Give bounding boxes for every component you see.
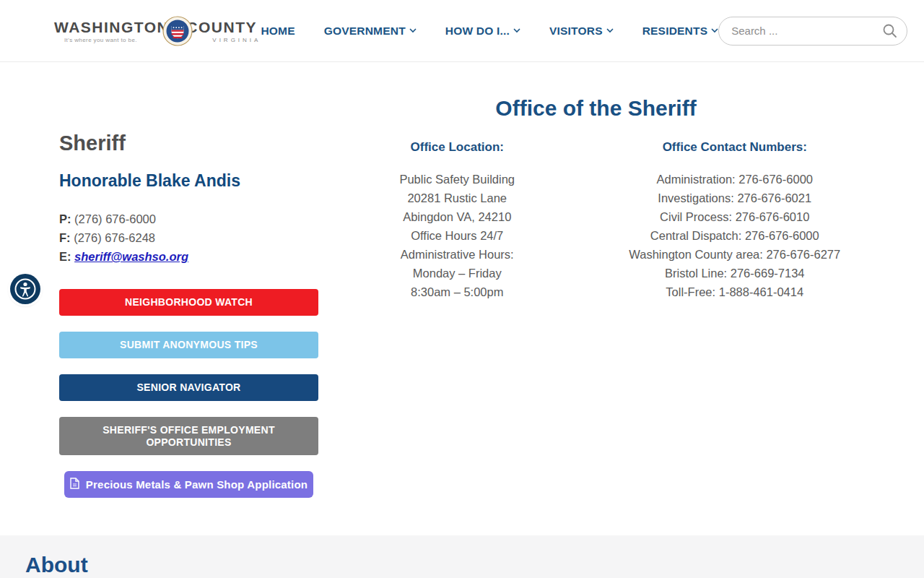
nav-item-how-do-i[interactable]: HOW DO I... [445,25,520,38]
neighborhood-watch-button[interactable]: NEIGHBORHOOD WATCH [59,289,318,316]
search-icon[interactable] [882,23,897,41]
main-navigation: HOME GOVERNMENT HOW DO I... VISITORS RES… [261,25,718,38]
nav-label: HOME [261,25,295,38]
nav-label: GOVERNMENT [324,25,406,38]
chevron-down-icon [409,23,417,36]
site-header: WASHINGTON It's where you want to be. CO… [0,0,924,62]
fax-number: (276) 676-6248 [74,231,155,244]
office-details-area: Office of the Sheriff Office Location: P… [318,62,873,535]
nav-label: VISITORS [549,25,603,38]
email-line: E: sheriff@washso.org [59,247,318,266]
office-location-heading: Office Location: [318,140,596,155]
employment-opportunities-button[interactable]: SHERIFF'S OFFICE EMPLOYMENT OPPORTUNITIE… [59,417,318,455]
contact-number-line: Washington County area: 276-676-6277 [596,245,874,264]
contact-number-line: Administration: 276-676-6000 [596,170,874,189]
contact-number-line: Investigations: 276-676-6021 [596,189,874,207]
logo-tagline: It's where you want to be. [54,37,169,43]
sheriff-name: Honorable Blake Andis [59,171,318,191]
county-logo[interactable]: WASHINGTON It's where you want to be. CO… [54,16,261,46]
phone-line: P: (276) 676-6000 [59,210,318,228]
logo-left-block: WASHINGTON It's where you want to be. [54,19,169,43]
accessibility-person-icon [13,277,38,301]
location-line: Administrative Hours: [318,245,596,264]
pawn-shop-application-button[interactable]: Precious Metals & Pawn Shop Application [64,471,313,498]
about-section: About [0,535,924,578]
office-contacts-column: Office Contact Numbers: Administration: … [596,140,874,301]
sheriff-section-title: Sheriff [59,131,318,155]
chevron-down-icon [711,23,718,36]
logo-right-block: COUNTY VIRGINIA [186,19,261,43]
contact-number-line: Bristol Line: 276-669-7134 [596,264,874,282]
location-line: Monday – Friday [318,264,596,282]
submit-anonymous-tips-button[interactable]: SUBMIT ANONYMOUS TIPS [59,332,318,358]
logo-region: VIRGINIA [186,37,261,43]
location-line: Office Hours 24/7 [318,226,596,245]
office-location-column: Office Location: Public Safety Building … [318,140,596,301]
search-input[interactable] [718,17,907,46]
senior-navigator-button[interactable]: SENIOR NAVIGATOR [59,374,318,401]
pdf-file-icon [70,478,79,491]
chevron-down-icon [606,23,614,36]
email-label: E: [59,250,71,263]
location-line: Public Safety Building [318,170,596,189]
sheriff-info-column: Sheriff Honorable Blake Andis P: (276) 6… [59,62,318,535]
phone-label: P: [59,212,71,225]
nav-item-visitors[interactable]: VISITORS [549,25,614,38]
page-title: Office of the Sheriff [318,96,873,121]
nav-item-home[interactable]: HOME [261,25,295,38]
county-seal-icon [162,16,193,46]
chevron-down-icon [513,23,520,36]
action-buttons: NEIGHBORHOOD WATCH SUBMIT ANONYMOUS TIPS… [59,289,318,498]
email-link[interactable]: sheriff@washso.org [74,250,188,263]
nav-label: RESIDENTS [642,25,708,38]
nav-label: HOW DO I... [445,25,510,38]
location-line: 20281 Rustic Lane [318,189,596,207]
accessibility-button[interactable] [10,274,40,304]
phone-number: (276) 676-6000 [74,212,156,225]
nav-item-government[interactable]: GOVERNMENT [324,25,417,38]
logo-word-washington: WASHINGTON [54,19,169,36]
logo-word-county: COUNTY [186,19,261,36]
about-heading: About [25,553,924,577]
fax-label: F: [59,231,71,244]
contact-number-line: Toll-Free: 1-888-461-0414 [596,282,874,301]
office-contacts-heading: Office Contact Numbers: [596,140,874,155]
location-line: Abingdon VA, 24210 [318,207,596,226]
nav-item-residents[interactable]: RESIDENTS [642,25,719,38]
contact-number-line: Civil Process: 276-676-6010 [596,207,874,226]
pdf-button-label: Precious Metals & Pawn Shop Application [86,478,308,491]
office-info-columns: Office Location: Public Safety Building … [318,140,873,301]
location-line: 8:30am – 5:00pm [318,282,596,301]
main-content: Sheriff Honorable Blake Andis P: (276) 6… [0,62,924,535]
fax-line: F: (276) 676-6248 [59,228,318,247]
contact-number-line: Central Dispatch: 276-676-6000 [596,226,874,245]
search-box [718,17,907,46]
